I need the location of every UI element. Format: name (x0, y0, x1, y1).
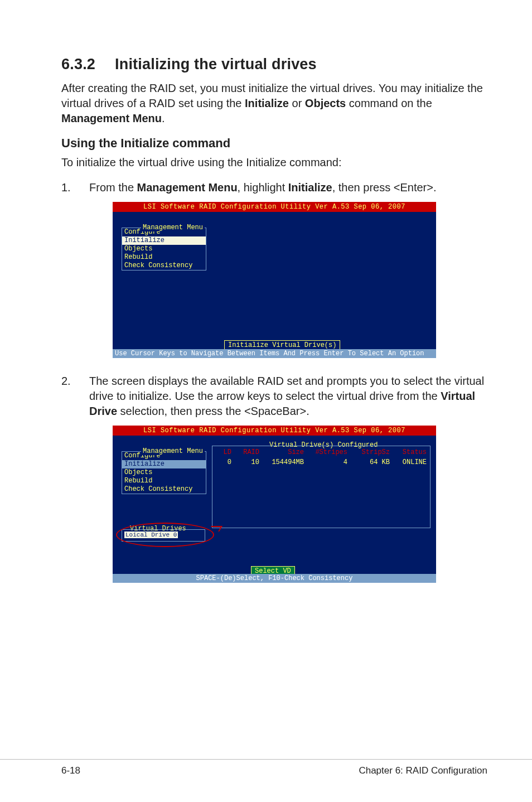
intro-text-2: or (289, 97, 305, 109)
bios-title-bar: LSI Software RAID Configuration Utility … (113, 202, 436, 212)
section-title-text: Initializing the virtual drives (115, 56, 317, 73)
management-menu-label-2: Management Menu (141, 447, 205, 455)
footer-page-number: 6-18 (61, 765, 80, 776)
col-status: Status (390, 448, 427, 457)
cell-stripsz: 64 KB (347, 458, 390, 467)
step-1-pre: From the (89, 181, 137, 194)
col-stripsz: StripSz (347, 448, 390, 457)
step-2-end: selection, then press the <SpaceBar>. (117, 405, 309, 417)
menu-item-check-consistency-2[interactable]: Check Consistency (122, 485, 206, 494)
vd-table-header: LD RAID Size #Stripes StripSz Status (212, 448, 430, 457)
footer-chapter: Chapter 6: RAID Configuration (359, 765, 487, 776)
cell-raid: 10 (231, 458, 259, 467)
page-footer: 6-18 Chapter 6: RAID Configuration (0, 759, 532, 802)
step-2-text: The screen displays the available RAID s… (89, 374, 487, 419)
col-ld: LD (216, 448, 231, 457)
menu-item-rebuild-2[interactable]: Rebuild (122, 477, 206, 485)
step-1-b2: Initialize (288, 181, 332, 194)
cell-status: ONLINE (390, 458, 427, 467)
step-1-number: 1. (61, 180, 89, 195)
management-menu-box[interactable]: Management Menu Configure Initialize Obj… (122, 228, 206, 270)
bios-screenshot-2: LSI Software RAID Configuration Utility … (113, 426, 436, 583)
bios-screenshot-1: LSI Software RAID Configuration Utility … (113, 202, 436, 358)
col-raid: RAID (231, 448, 259, 457)
subsection-intro: To initialize the virtual drive using th… (61, 155, 487, 170)
menu-item-objects[interactable]: Objects (122, 245, 206, 253)
cell-stripes: 4 (304, 458, 347, 467)
menu-item-initialize-2[interactable]: Initialize (122, 460, 206, 468)
initialize-word: Initialize (245, 97, 289, 109)
col-stripes: #Stripes (304, 448, 347, 457)
cell-size: 154494MB (259, 458, 304, 467)
bios-title-bar-2: LSI Software RAID Configuration Utility … (113, 426, 436, 436)
step-1: 1. From the Management Menu, highlight I… (61, 180, 487, 195)
menu-item-check-consistency[interactable]: Check Consistency (122, 262, 206, 270)
management-menu-word: Management Menu (61, 112, 162, 124)
intro-text-3: command on the (346, 97, 432, 109)
intro-paragraph: After creating the RAID set, you must in… (61, 81, 487, 126)
vd-table-row[interactable]: 0 10 154494MB 4 64 KB ONLINE (212, 458, 430, 467)
objects-word: Objects (305, 97, 346, 109)
section-number: 6.3.2 (61, 56, 115, 73)
section-heading: 6.3.2Initializing the virtual drives (61, 56, 487, 73)
bios-help-bar-1: Use Cursor Keys to Navigate Between Item… (113, 349, 436, 358)
virtual-drives-table: LD RAID Size #Stripes StripSz Status 0 1… (212, 446, 431, 528)
step-2: 2. The screen displays the available RAI… (61, 374, 487, 419)
step-2-number: 2. (61, 374, 89, 419)
cell-ld: 0 (216, 458, 231, 467)
virtual-drive-item[interactable]: Loical Drive 0 (124, 532, 178, 538)
management-menu-box-2[interactable]: Management Menu Configure Initialize Obj… (122, 451, 206, 494)
menu-item-objects-2[interactable]: Objects (122, 468, 206, 477)
menu-item-initialize[interactable]: Initialize (122, 236, 206, 245)
virtual-drives-box[interactable]: Loical Drive 0 (122, 529, 205, 542)
step-1-mid: , highlight (238, 181, 288, 194)
step-1-end: , then press <Enter>. (332, 181, 437, 194)
col-size: Size (259, 448, 304, 457)
management-menu-label: Management Menu (141, 224, 205, 231)
intro-text-4: . (162, 112, 165, 124)
subsection-heading: Using the Initialize command (61, 136, 487, 151)
bios-help-bar-2: SPACE-(De)Select, F10-Check Consistency (113, 574, 436, 583)
step-2-pre: The screen displays the available RAID s… (89, 375, 484, 402)
step-1-text: From the Management Menu, highlight Init… (89, 180, 487, 195)
menu-item-rebuild[interactable]: Rebuild (122, 253, 206, 262)
step-1-b1: Management Menu (137, 181, 238, 194)
